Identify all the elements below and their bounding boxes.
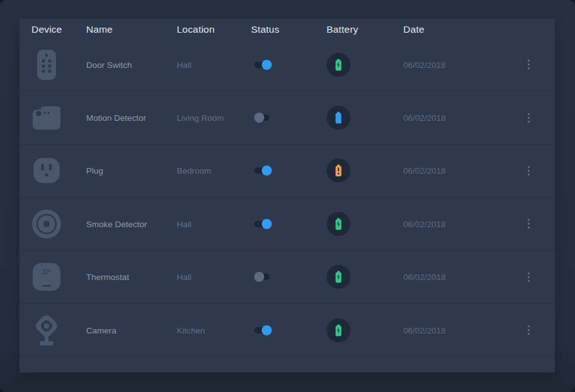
- table-row: Door Switch Hall 06/02/2018: [20, 38, 555, 91]
- device-date: 06/02/2018: [403, 60, 446, 70]
- app-window: Device Name Location Status Battery Date…: [0, 0, 575, 392]
- column-header-device: Device: [31, 24, 86, 35]
- device-location: Hall: [177, 272, 191, 282]
- status-toggle[interactable]: [254, 60, 272, 70]
- battery-blue-full-icon: [327, 106, 350, 130]
- status-toggle[interactable]: [254, 219, 272, 229]
- table-row: Camera Kitchen 06/02/2018: [20, 304, 555, 357]
- motion-detector-icon: [31, 104, 62, 131]
- column-header-name: Name: [86, 24, 177, 35]
- table-row: 32° Thermostat Hall 06/02/2018: [20, 251, 555, 304]
- kebab-menu-icon[interactable]: [525, 57, 532, 72]
- battery-green-charging-icon: [327, 53, 350, 77]
- kebab-menu-icon[interactable]: [525, 270, 532, 284]
- table-row: Plug Bedroom 06/02/2018: [20, 145, 555, 198]
- device-name: Plug: [86, 166, 103, 176]
- device-date: 06/02/2018: [403, 166, 446, 176]
- status-toggle[interactable]: [254, 113, 272, 123]
- table-body: Door Switch Hall 06/02/2018: [20, 38, 555, 357]
- battery-green-charging-icon: [327, 265, 350, 289]
- device-location: Bedroom: [177, 166, 211, 176]
- status-toggle[interactable]: [254, 325, 272, 335]
- column-header-date: Date: [403, 24, 515, 35]
- devices-table: Device Name Location Status Battery Date…: [20, 19, 555, 372]
- table-row: Smoke Detector Hall 06/02/2018: [20, 198, 555, 250]
- battery-orange-low-icon: [327, 159, 350, 182]
- device-name: Camera: [86, 326, 116, 335]
- toggle-knob: [262, 219, 272, 229]
- kebab-menu-icon[interactable]: [525, 216, 532, 231]
- table-header-row: Device Name Location Status Battery Date: [20, 19, 555, 38]
- svg-text:32°: 32°: [42, 269, 51, 276]
- status-toggle[interactable]: [254, 272, 272, 282]
- device-date: 06/02/2018: [403, 326, 446, 335]
- device-location: Hall: [177, 60, 191, 70]
- camera-icon: [31, 313, 62, 347]
- toggle-knob: [262, 325, 272, 335]
- battery-green-charging-icon: [327, 212, 350, 236]
- toggle-knob: [254, 113, 264, 123]
- door-switch-remote-icon: [31, 49, 62, 81]
- device-location: Hall: [177, 220, 191, 229]
- column-header-location: Location: [177, 24, 251, 35]
- device-date: 06/02/2018: [403, 272, 446, 282]
- device-name: Smoke Detector: [86, 220, 147, 229]
- thermostat-icon: 32°: [31, 262, 62, 291]
- device-date: 06/02/2018: [403, 220, 446, 229]
- device-date: 06/02/2018: [403, 113, 446, 123]
- kebab-menu-icon[interactable]: [525, 323, 532, 337]
- toggle-knob: [262, 60, 272, 70]
- kebab-menu-icon[interactable]: [525, 164, 532, 178]
- column-header-status: Status: [251, 24, 327, 35]
- device-name: Thermostat: [86, 272, 129, 282]
- toggle-knob: [262, 165, 272, 176]
- device-name: Door Switch: [86, 60, 132, 70]
- plug-icon: [31, 157, 62, 184]
- kebab-menu-icon[interactable]: [525, 111, 532, 125]
- battery-green-charging-icon: [327, 318, 350, 342]
- toggle-knob: [254, 272, 264, 282]
- table-row: Motion Detector Living Room 06/02/2018: [20, 91, 555, 144]
- device-location: Living Room: [177, 113, 224, 123]
- device-location: Kitchen: [177, 326, 205, 335]
- device-name: Motion Detector: [86, 113, 146, 123]
- status-toggle[interactable]: [254, 165, 272, 176]
- column-header-battery: Battery: [327, 24, 403, 35]
- smoke-detector-icon: [31, 209, 62, 239]
